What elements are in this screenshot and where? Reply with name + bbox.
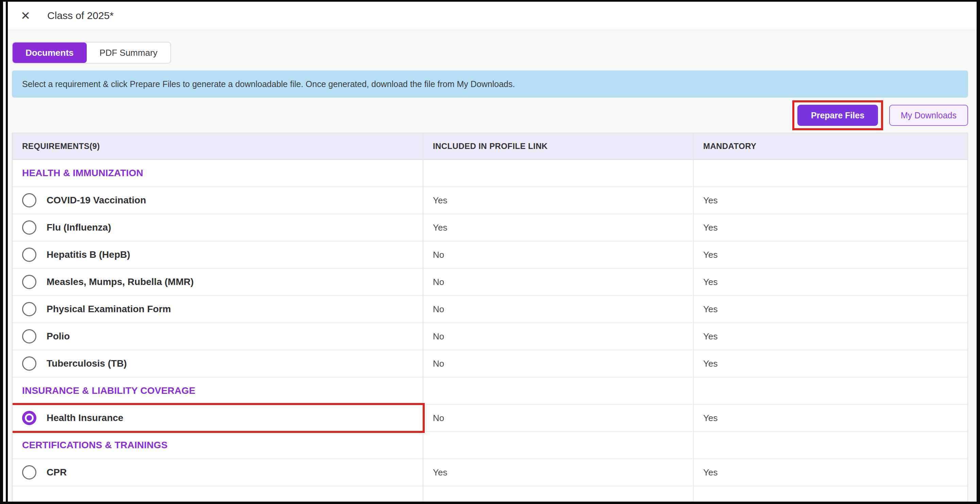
requirement-cell: Measles, Mumps, Rubella (MMR) — [13, 269, 423, 296]
section-row: INSURANCE & LIABILITY COVERAGE — [13, 377, 967, 405]
table-header-row: REQUIREMENTS(9) INCLUDED IN PROFILE LINK… — [13, 133, 967, 160]
mandatory-cell: Yes — [694, 405, 967, 432]
mandatory-cell: Yes — [694, 350, 967, 377]
requirement-cell — [13, 487, 423, 502]
requirement-cell: Polio — [13, 323, 423, 350]
info-banner-text: Select a requirement & click Prepare Fil… — [22, 79, 515, 89]
included-cell: No — [423, 296, 694, 323]
mandatory-value: Yes — [703, 250, 718, 260]
table-row[interactable]: PolioNoYes — [13, 323, 967, 350]
requirements-table: REQUIREMENTS(9) INCLUDED IN PROFILE LINK… — [12, 133, 968, 502]
modal-dialog: ✕ Class of 2025* Documents PDF Summary S… — [8, 2, 977, 502]
requirement-label: CPR — [46, 467, 67, 478]
column-header-included-in-profile-link: INCLUDED IN PROFILE LINK — [433, 142, 548, 151]
table-row[interactable]: Measles, Mumps, Rubella (MMR)NoYes — [13, 269, 967, 296]
modal-body: Documents PDF Summary Select a requireme… — [8, 30, 977, 502]
column-header-mandatory: MANDATORY — [703, 142, 756, 151]
mandatory-value: Yes — [703, 277, 718, 287]
included-value: No — [433, 304, 444, 315]
included-value: Yes — [433, 467, 447, 478]
requirement-cell: COVID-19 Vaccination — [13, 187, 423, 214]
section-row: HEALTH & IMMUNIZATION — [13, 160, 967, 187]
section-label: CERTIFICATIONS & TRAININGS — [22, 440, 168, 451]
included-cell: Yes — [423, 459, 694, 487]
requirement-cell: Health Insurance — [13, 405, 423, 432]
mandatory-value: Yes — [703, 195, 718, 206]
tab-pdf-summary[interactable]: PDF Summary — [87, 43, 170, 63]
table-row[interactable]: Physical Examination FormNoYes — [13, 296, 967, 323]
included-cell — [423, 487, 694, 502]
table-row[interactable]: Tuberculosis (TB)NoYes — [13, 350, 967, 377]
requirement-cell: INSURANCE & LIABILITY COVERAGE — [13, 377, 423, 405]
tab-bar: Documents PDF Summary — [12, 42, 171, 64]
modal-header: ✕ Class of 2025* — [8, 2, 977, 30]
included-value: No — [433, 277, 444, 287]
table-row[interactable]: Health InsuranceNoYes — [13, 405, 967, 432]
requirement-label: Tuberculosis (TB) — [46, 358, 127, 369]
radio-selected-icon[interactable] — [22, 411, 37, 425]
mandatory-cell: Yes — [694, 459, 967, 487]
mandatory-cell — [694, 432, 967, 459]
radio-icon[interactable] — [22, 275, 37, 289]
empty-row — [13, 487, 967, 502]
radio-icon[interactable] — [22, 248, 37, 262]
mandatory-value: Yes — [703, 358, 718, 369]
included-cell — [423, 160, 694, 187]
column-header-requirements: REQUIREMENTS(9) — [22, 142, 100, 151]
requirement-label: Measles, Mumps, Rubella (MMR) — [46, 277, 194, 287]
included-cell — [423, 377, 694, 405]
requirement-label: Physical Examination Form — [46, 304, 171, 315]
included-cell: Yes — [423, 214, 694, 242]
section-label: INSURANCE & LIABILITY COVERAGE — [22, 385, 196, 396]
requirement-cell: CPR — [13, 459, 423, 487]
included-cell — [423, 432, 694, 459]
radio-icon[interactable] — [22, 220, 37, 235]
table-row[interactable]: Hepatitis B (HepB)NoYes — [13, 242, 967, 269]
mandatory-cell: Yes — [694, 242, 967, 269]
included-cell: Yes — [423, 187, 694, 214]
page-title: Class of 2025* — [47, 10, 114, 21]
mandatory-cell: Yes — [694, 187, 967, 214]
mandatory-cell: Yes — [694, 296, 967, 323]
table-row[interactable]: COVID-19 VaccinationYesYes — [13, 187, 967, 214]
included-value: No — [433, 250, 444, 260]
included-value: No — [433, 413, 444, 423]
table-row[interactable]: CPRYesYes — [13, 459, 967, 487]
mandatory-value: Yes — [703, 467, 718, 478]
included-cell: No — [423, 405, 694, 432]
mandatory-cell: Yes — [694, 269, 967, 296]
my-downloads-button[interactable]: My Downloads — [889, 105, 968, 126]
radio-dot — [27, 415, 32, 421]
radio-icon[interactable] — [22, 193, 37, 207]
included-cell: No — [423, 269, 694, 296]
section-label: HEALTH & IMMUNIZATION — [22, 168, 143, 178]
table-row[interactable]: Flu (Influenza)YesYes — [13, 214, 967, 242]
requirement-label: Flu (Influenza) — [46, 222, 111, 233]
mandatory-value: Yes — [703, 304, 718, 315]
mandatory-cell — [694, 160, 967, 187]
tab-documents[interactable]: Documents — [13, 43, 87, 63]
radio-icon[interactable] — [22, 302, 37, 316]
mandatory-cell — [694, 487, 967, 502]
prepare-files-button[interactable]: Prepare Files — [797, 105, 878, 126]
window-edge-artifact — [3, 2, 6, 502]
mandatory-value: Yes — [703, 223, 718, 233]
annotation-box-prepare-files: Prepare Files — [792, 100, 883, 130]
radio-icon[interactable] — [22, 329, 37, 343]
close-icon[interactable]: ✕ — [18, 8, 33, 23]
section-row: CERTIFICATIONS & TRAININGS — [13, 432, 967, 459]
included-cell: No — [423, 323, 694, 350]
mandatory-value: Yes — [703, 413, 718, 423]
screenshot-frame: ✕ Class of 2025* Documents PDF Summary S… — [0, 0, 980, 504]
radio-icon[interactable] — [22, 356, 37, 371]
requirement-label: COVID-19 Vaccination — [46, 195, 146, 206]
mandatory-cell: Yes — [694, 214, 967, 242]
requirement-label: Health Insurance — [46, 412, 123, 423]
requirement-label: Hepatitis B (HepB) — [46, 249, 130, 260]
requirement-cell: Tuberculosis (TB) — [13, 350, 423, 377]
included-value: Yes — [433, 195, 447, 206]
included-cell: No — [423, 242, 694, 269]
radio-icon[interactable] — [22, 465, 37, 480]
actions-row: Prepare Files My Downloads — [12, 101, 968, 130]
requirement-cell: Physical Examination Form — [13, 296, 423, 323]
